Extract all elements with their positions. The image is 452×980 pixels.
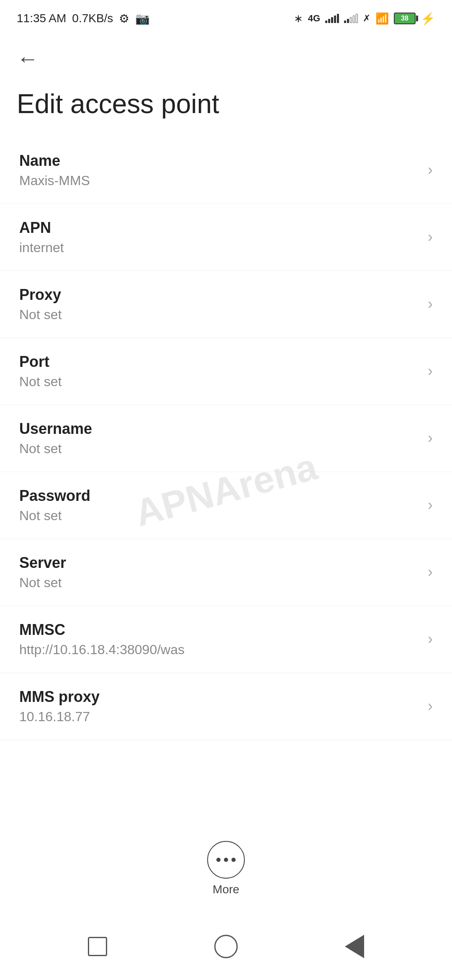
video-icon: 📷 xyxy=(135,12,150,26)
chevron-icon-port: › xyxy=(428,362,433,380)
chevron-icon-apn: › xyxy=(428,228,433,246)
setting-label-mmsc: MMSC xyxy=(19,621,419,639)
setting-content-apn: APN internet xyxy=(19,219,419,255)
setting-label-password: Password xyxy=(19,487,419,505)
setting-content-name: Name Maxis-MMS xyxy=(19,152,419,188)
navigation-bar xyxy=(0,913,452,980)
setting-label-proxy: Proxy xyxy=(19,286,419,304)
setting-value-proxy: Not set xyxy=(19,307,419,322)
nav-back-button[interactable] xyxy=(336,928,373,965)
chevron-icon-password: › xyxy=(428,496,433,514)
dot-3 xyxy=(231,858,236,862)
more-label: More xyxy=(213,883,239,896)
status-bar: 11:35 AM 0.7KB/s ⚙ 📷 ∗ 4G ✗ 📶 38 ⚡ xyxy=(0,0,452,34)
setting-label-server: Server xyxy=(19,554,419,572)
dot-1 xyxy=(216,858,221,862)
nav-triangle-icon xyxy=(345,935,364,958)
back-button[interactable]: ← xyxy=(0,34,452,80)
chevron-icon-username: › xyxy=(428,429,433,447)
setting-item-name[interactable]: Name Maxis-MMS › xyxy=(0,137,452,204)
setting-item-password[interactable]: Password Not set › xyxy=(0,472,452,539)
network-4g-icon: 4G xyxy=(308,13,320,24)
nav-circle-icon xyxy=(214,935,238,958)
setting-item-mmsc[interactable]: MMSC http://10.16.18.4:38090/was › xyxy=(0,606,452,673)
setting-item-proxy[interactable]: Proxy Not set › xyxy=(0,271,452,338)
time-display: 11:35 AM xyxy=(17,12,66,25)
battery-container: 38 xyxy=(394,13,416,24)
setting-value-server: Not set xyxy=(19,575,419,591)
signal-strength-1 xyxy=(325,14,339,23)
setting-value-apn: internet xyxy=(19,240,419,255)
setting-label-name: Name xyxy=(19,152,419,170)
setting-content-mms-proxy: MMS proxy 10.16.18.77 xyxy=(19,688,419,725)
setting-value-name: Maxis-MMS xyxy=(19,173,419,188)
setting-value-port: Not set xyxy=(19,374,419,389)
settings-icon: ⚙ xyxy=(119,12,129,26)
chevron-icon-mmsc: › xyxy=(428,630,433,648)
setting-content-mmsc: MMSC http://10.16.18.4:38090/was xyxy=(19,621,419,658)
setting-value-mms-proxy: 10.16.18.77 xyxy=(19,709,419,725)
nav-home-button[interactable] xyxy=(207,928,245,965)
no-signal-icon: ✗ xyxy=(363,13,370,24)
setting-content-password: Password Not set xyxy=(19,487,419,524)
nav-square-icon xyxy=(88,937,107,956)
chevron-icon-proxy: › xyxy=(428,295,433,313)
setting-label-apn: APN xyxy=(19,219,419,237)
more-circle-icon xyxy=(207,841,245,879)
setting-value-password: Not set xyxy=(19,508,419,524)
setting-content-server: Server Not set xyxy=(19,554,419,591)
setting-label-username: Username xyxy=(19,420,419,438)
setting-item-mms-proxy[interactable]: MMS proxy 10.16.18.77 › xyxy=(0,673,452,740)
setting-label-port: Port xyxy=(19,353,419,371)
more-dots-icon xyxy=(216,858,236,862)
nav-recents-button[interactable] xyxy=(79,928,116,965)
setting-content-username: Username Not set xyxy=(19,420,419,456)
status-right: ∗ 4G ✗ 📶 38 ⚡ xyxy=(294,12,435,26)
charging-icon: ⚡ xyxy=(421,12,435,26)
chevron-icon-name: › xyxy=(428,161,433,179)
speed-display: 0.7KB/s xyxy=(72,12,113,25)
status-left: 11:35 AM 0.7KB/s ⚙ 📷 xyxy=(17,12,150,26)
setting-content-port: Port Not set xyxy=(19,353,419,389)
setting-value-mmsc: http://10.16.18.4:38090/was xyxy=(19,642,419,658)
wifi-icon: 📶 xyxy=(375,12,389,25)
chevron-icon-mms-proxy: › xyxy=(428,697,433,715)
battery-icon: 38 xyxy=(394,13,416,24)
chevron-icon-server: › xyxy=(428,563,433,581)
back-arrow-icon: ← xyxy=(17,46,39,71)
setting-item-username[interactable]: Username Not set › xyxy=(0,405,452,472)
dot-2 xyxy=(224,858,228,862)
setting-item-port[interactable]: Port Not set › xyxy=(0,338,452,405)
settings-list: Name Maxis-MMS › APN internet › Proxy No… xyxy=(0,137,452,740)
more-button[interactable]: More xyxy=(207,841,245,896)
signal-strength-2 xyxy=(344,14,358,23)
setting-item-server[interactable]: Server Not set › xyxy=(0,539,452,606)
setting-content-proxy: Proxy Not set xyxy=(19,286,419,322)
bluetooth-icon: ∗ xyxy=(294,12,303,25)
setting-value-username: Not set xyxy=(19,441,419,456)
setting-item-apn[interactable]: APN internet › xyxy=(0,204,452,271)
page-title: Edit access point xyxy=(0,80,452,137)
setting-label-mms-proxy: MMS proxy xyxy=(19,688,419,706)
